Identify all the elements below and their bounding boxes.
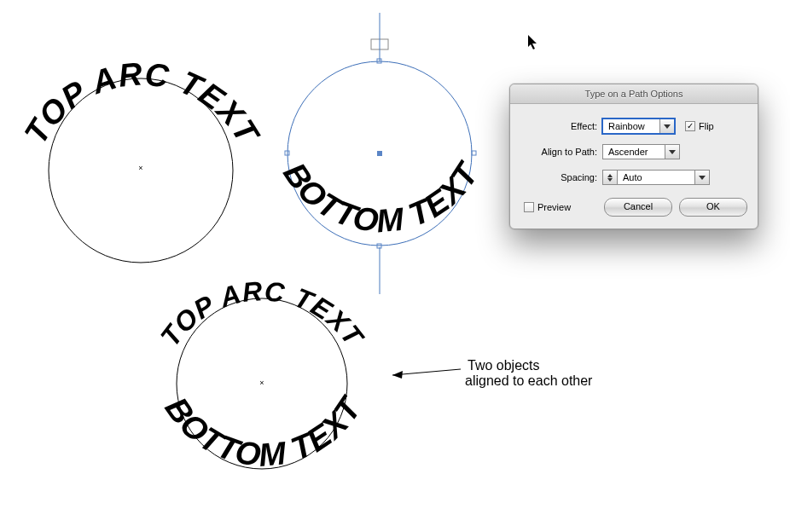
effect-combo[interactable]: Rainbow (602, 119, 675, 134)
dialog-title: Type on a Path Options (510, 84, 758, 104)
svg-rect-5 (285, 151, 289, 155)
svg-text:TOP ARC TEXT: TOP ARC TEXT (154, 275, 370, 353)
svg-rect-4 (377, 151, 382, 156)
svg-text:×: × (259, 379, 264, 387)
chevron-down-icon[interactable] (694, 171, 709, 184)
checkbox-icon (524, 202, 534, 212)
circle1-top-text: TOP ARC TEXT (17, 55, 266, 151)
svg-text:BOTTOM TEXT: BOTTOM TEXT (276, 155, 486, 239)
ok-button[interactable]: OK (679, 198, 747, 217)
artwork-circle-1: × TOP ARC TEXT (17, 55, 266, 263)
preview-checkbox[interactable]: Preview (524, 202, 571, 212)
svg-rect-6 (472, 151, 476, 155)
effect-value: Rainbow (603, 119, 659, 133)
spacing-combo[interactable]: Auto (602, 170, 710, 185)
annotation-line2: aligned to each other (465, 373, 593, 388)
spacing-label: Spacing: (520, 172, 602, 182)
flip-checkbox[interactable]: ✓ Flip (685, 121, 714, 131)
svg-text:TOP ARC TEXT: TOP ARC TEXT (17, 55, 266, 151)
svg-text:×: × (138, 164, 142, 172)
align-label: Align to Path: (520, 147, 602, 157)
align-value: Ascender (603, 145, 665, 159)
annotation-line1: Two objects (468, 358, 539, 373)
circle3-bottom-text: BOTTOM TEXT (158, 390, 369, 473)
preview-label: Preview (537, 202, 571, 212)
stepper-icon[interactable] (603, 171, 618, 184)
align-combo[interactable]: Ascender (602, 144, 680, 159)
effect-label: Effect: (520, 121, 602, 131)
spacing-value: Auto (618, 171, 694, 184)
chevron-down-icon[interactable] (665, 145, 679, 159)
chevron-down-icon[interactable] (659, 119, 674, 133)
annotation: Two objects aligned to each other (392, 358, 593, 388)
flip-label: Flip (699, 121, 714, 131)
circle2-bottom-text: BOTTOM TEXT (276, 155, 486, 239)
artwork-circle-2[interactable]: BOTTOM TEXT (276, 13, 486, 294)
type-on-path-dialog: Type on a Path Options Effect: Rainbow ✓… (509, 84, 758, 229)
svg-line-17 (392, 369, 461, 375)
circle3-top-text: TOP ARC TEXT (154, 275, 370, 353)
checkbox-icon: ✓ (685, 121, 695, 131)
artwork-circle-3: × TOP ARC TEXT BOTTOM TEXT (154, 275, 370, 473)
svg-text:BOTTOM TEXT: BOTTOM TEXT (158, 390, 369, 473)
canvas: × TOP ARC TEXT BOTTOM TEXT × TOP ARC TEX… (0, 0, 790, 532)
cancel-button[interactable]: Cancel (604, 198, 672, 217)
svg-marker-18 (392, 371, 403, 379)
